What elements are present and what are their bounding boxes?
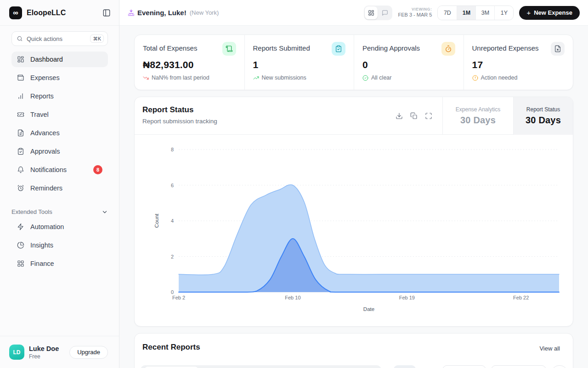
range-3m-button[interactable]: 3M (475, 6, 494, 20)
bell-icon (17, 166, 24, 173)
timer-icon (441, 42, 455, 56)
svg-text:0: 0 (171, 289, 174, 295)
check-circle-icon (362, 75, 368, 81)
stat-subtext: All clear (371, 75, 391, 81)
sidebar-item-label: Dashboard (30, 56, 63, 63)
zap-icon (17, 223, 24, 230)
chart-actions (396, 112, 432, 120)
search-shortcut-badge: ⌘K (90, 34, 104, 43)
range-7d-button[interactable]: 7D (438, 6, 457, 20)
layout-grid-icon (17, 260, 24, 267)
recent-reports-title: Recent Reports (142, 343, 200, 352)
greeting-text: Evening, Luke! (137, 9, 187, 17)
sidebar-item-label: Expenses (30, 74, 60, 81)
sidebar-section-extended-tools: Extended Tools (11, 208, 108, 215)
sidebar-item-insights[interactable]: Insights (11, 237, 108, 253)
bar-chart-icon (17, 92, 24, 100)
message-square-icon (382, 10, 388, 16)
svg-text:6: 6 (171, 183, 174, 188)
svg-text:Feb 19: Feb 19 (399, 295, 415, 300)
download-icon[interactable] (396, 112, 403, 120)
svg-text:Feb 22: Feb 22 (513, 295, 529, 300)
report-card-header: Report Status Report submission tracking… (135, 97, 573, 135)
tab-report-status[interactable]: Report Status 30 Days (513, 97, 573, 135)
toolbar-button-2[interactable] (491, 365, 546, 368)
sidebar-item-label: Finance (30, 260, 54, 267)
stat-value: 17 (472, 59, 565, 70)
scroll-icon (222, 42, 236, 56)
panel-left-toggle-icon[interactable] (102, 9, 111, 17)
sidebar-item-label: Insights (30, 242, 53, 249)
file-x-icon (551, 42, 565, 56)
range-1m-button[interactable]: 1M (457, 6, 475, 20)
stat-subtext: Action needed (481, 75, 518, 81)
brand-name: EloopeLLC (27, 9, 66, 17)
sidebar-item-label: Travel (30, 111, 49, 118)
stat-total-expenses: Total of Expenses ₦82,931.00 NaN% from l… (135, 35, 244, 90)
sidebar-tools: Automation Insights Finance (0, 219, 119, 274)
stat-subtext: NaN% from last period (152, 75, 209, 81)
recent-reports-card: Recent Reports View all (134, 333, 573, 368)
upgrade-button[interactable]: Upgrade (69, 346, 108, 359)
chevron-down-icon[interactable] (102, 209, 108, 215)
stat-value: 1 (253, 59, 346, 70)
sidebar-item-dashboard[interactable]: Dashboard (11, 52, 108, 67)
viewing-label: VIEWING: (398, 7, 432, 12)
sidebar-item-reports[interactable]: Reports (11, 88, 108, 104)
sidebar-item-expenses[interactable]: Expenses (11, 70, 108, 86)
sidebar-item-finance[interactable]: Finance (11, 256, 108, 271)
filter-button[interactable] (394, 365, 416, 368)
report-status-chart: 02468CountFeb 2Feb 10Feb 19Feb 22Date (135, 135, 574, 327)
sidebar-item-reminders[interactable]: Reminders (11, 180, 108, 196)
sidebar-item-approvals[interactable]: Approvals (11, 144, 108, 159)
pie-chart-icon (17, 242, 24, 249)
new-expense-button[interactable]: + New Expense (519, 6, 580, 20)
stat-title: Unreported Expenses (472, 42, 539, 52)
sidebar-nav: Dashboard Expenses Reports Travel Advanc… (0, 52, 119, 199)
alarm-clock-icon (17, 184, 24, 192)
search-placeholder: Quick actions (27, 35, 62, 42)
sidebar-item-label: Reminders (30, 184, 62, 192)
stat-pending-approvals: Pending Approvals 0 All clear (354, 35, 464, 90)
sidebar-item-label: Advances (30, 129, 60, 137)
ticket-icon (17, 111, 24, 118)
stat-title: Total of Expenses (143, 42, 197, 52)
sidebar-item-label: Automation (30, 223, 64, 230)
grid-view-button[interactable] (365, 6, 378, 19)
stat-title: Pending Approvals (362, 42, 420, 52)
view-toggle (364, 6, 392, 20)
user-name: Luke Doe (29, 345, 59, 352)
sidebar-item-automation[interactable]: Automation (11, 219, 108, 235)
sidebar: ∞ EloopeLLC Quick actions ⌘K Dashboard E… (0, 0, 119, 368)
clipboard-check-icon (332, 42, 345, 56)
toolbar-button-1[interactable] (442, 365, 486, 368)
sidebar-item-travel[interactable]: Travel (11, 107, 108, 122)
plus-icon: + (526, 9, 531, 16)
stat-reports-submitted: Reports Submitted 1 New submissions (244, 35, 354, 90)
search-input[interactable]: Quick actions ⌘K (11, 31, 108, 46)
recent-filter-tabs[interactable] (141, 365, 381, 368)
sidebar-item-notifications[interactable]: Notifications 8 (11, 162, 108, 178)
user-plan: Free (29, 353, 59, 360)
file-transfer-icon (17, 129, 24, 137)
content: Total of Expenses ₦82,931.00 NaN% from l… (119, 26, 588, 368)
sidebar-user-card: LD Luke Doe Free Upgrade (0, 336, 119, 368)
tab-expense-analytics[interactable]: Expense Analytics 30 Days (442, 97, 513, 135)
view-all-link[interactable]: View all (539, 345, 560, 352)
notification-count-badge: 8 (93, 165, 102, 174)
sidebar-header: ∞ EloopeLLC (0, 0, 119, 26)
layout-dashboard-icon (368, 10, 374, 16)
range-1y-button[interactable]: 1Y (494, 6, 513, 20)
time-range-group: 7D 1M 3M 1Y (437, 6, 514, 20)
chat-view-button[interactable] (379, 6, 391, 19)
sunset-icon (128, 9, 135, 16)
trending-down-icon (143, 75, 149, 81)
toolbar-round-button[interactable] (551, 365, 568, 368)
wallet-icon (17, 74, 24, 81)
stat-subtext: New submissions (262, 75, 306, 81)
maximize-icon[interactable] (425, 112, 432, 120)
stats-row: Total of Expenses ₦82,931.00 NaN% from l… (134, 34, 573, 90)
sidebar-item-advances[interactable]: Advances (11, 125, 108, 141)
copy-icon[interactable] (410, 112, 418, 120)
sidebar-item-label: Approvals (30, 148, 60, 155)
